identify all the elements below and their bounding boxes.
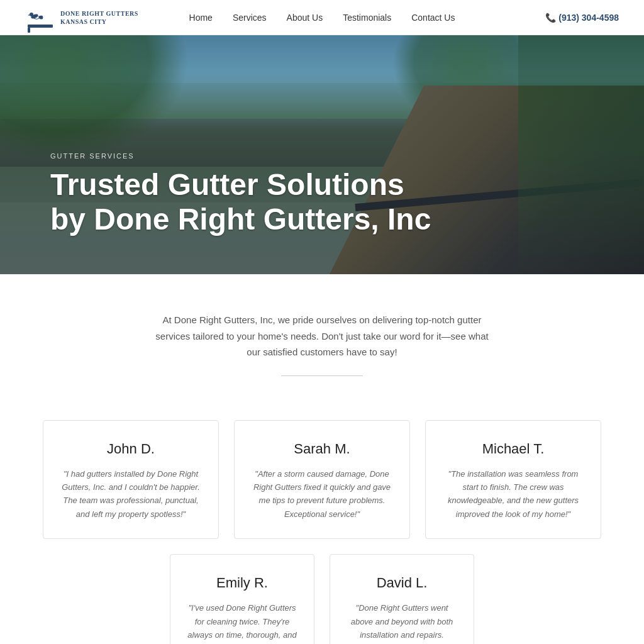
- hero-content: GUTTER SERVICES Trusted Gutter Solutions…: [50, 152, 440, 236]
- testimonials-row-1: John D. "I had gutters installed by Done…: [38, 420, 606, 540]
- nav-item-home[interactable]: Home: [189, 12, 213, 23]
- intro-text: At Done Right Gutters, Inc, we pride our…: [152, 312, 492, 360]
- hero-title: Trusted Gutter Solutions by Done Right G…: [50, 167, 440, 236]
- testimonial-card-michael: Michael T. "The installation was seamles…: [425, 420, 601, 540]
- nav-item-services[interactable]: Services: [233, 12, 267, 23]
- navbar: DONE RIGHT GUTTERS KANSAS CITY Home Serv…: [0, 0, 644, 35]
- hero-label: GUTTER SERVICES: [50, 152, 440, 160]
- logo[interactable]: DONE RIGHT GUTTERS KANSAS CITY: [25, 3, 138, 33]
- testimonial-name-david: David L.: [345, 575, 458, 591]
- nav-links: Home Services About Us Testimonials Cont…: [189, 12, 455, 23]
- testimonial-quote-john: "I had gutters installed by Done Right G…: [58, 467, 203, 521]
- nav-item-contact[interactable]: Contact Us: [411, 12, 455, 23]
- testimonial-card-emily: Emily R. "I've used Done Right Gutters f…: [170, 554, 314, 644]
- nav-item-testimonials[interactable]: Testimonials: [343, 12, 391, 23]
- testimonial-card-john: John D. "I had gutters installed by Done…: [43, 420, 219, 540]
- testimonial-quote-emily: "I've used Done Right Gutters for cleani…: [186, 601, 299, 644]
- svg-rect-3: [28, 25, 53, 28]
- testimonial-quote-david: "Done Right Gutters went above and beyon…: [345, 601, 458, 644]
- testimonial-name-john: John D.: [58, 441, 203, 457]
- testimonial-quote-michael: "The installation was seamless from star…: [441, 467, 586, 521]
- phone-number[interactable]: 📞(913) 304-4598: [545, 13, 619, 23]
- intro-section: At Done Right Gutters, Inc, we pride our…: [0, 274, 644, 401]
- logo-line2: KANSAS CITY: [60, 18, 138, 26]
- logo-icon: [25, 3, 55, 33]
- intro-divider: [281, 375, 363, 376]
- svg-rect-4: [28, 28, 30, 33]
- testimonial-name-michael: Michael T.: [441, 441, 586, 457]
- testimonials-section: John D. "I had gutters installed by Done…: [0, 401, 644, 645]
- svg-point-1: [30, 13, 33, 16]
- logo-line1: DONE RIGHT GUTTERS: [60, 9, 138, 18]
- testimonial-quote-sarah: "After a storm caused damage, Done Right…: [250, 467, 394, 521]
- testimonials-row-2: Emily R. "I've used Done Right Gutters f…: [38, 554, 606, 644]
- svg-marker-2: [28, 14, 30, 16]
- phone-icon: 📞: [545, 13, 556, 23]
- hero-section: GUTTER SERVICES Trusted Gutter Solutions…: [0, 35, 644, 274]
- testimonial-card-david: David L. "Done Right Gutters went above …: [330, 554, 474, 644]
- nav-item-about[interactable]: About Us: [287, 12, 323, 23]
- testimonial-name-emily: Emily R.: [186, 575, 299, 591]
- testimonial-name-sarah: Sarah M.: [250, 441, 394, 457]
- testimonial-card-sarah: Sarah M. "After a storm caused damage, D…: [234, 420, 410, 540]
